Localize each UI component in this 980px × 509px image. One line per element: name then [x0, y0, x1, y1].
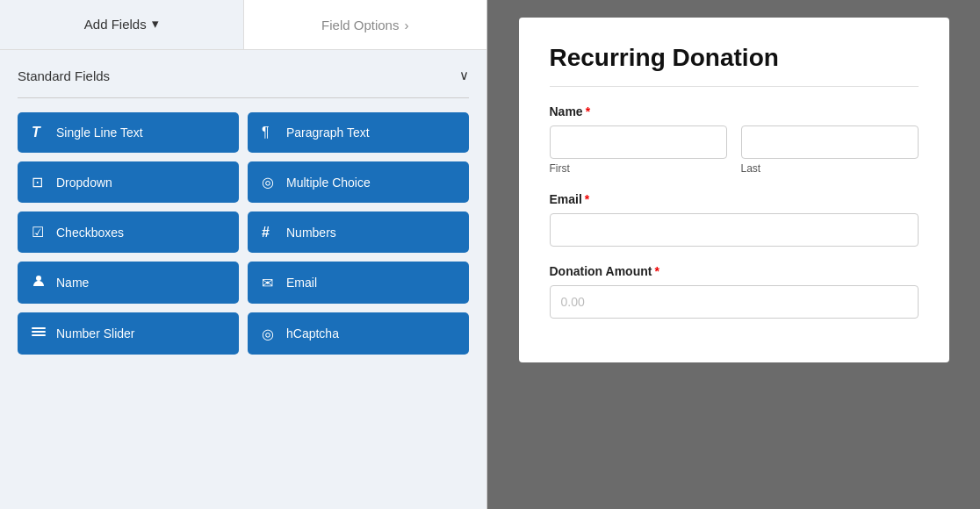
dropdown-icon: ⊡ [32, 174, 47, 190]
svg-rect-3 [32, 334, 46, 336]
donation-amount-label: Donation Amount * [550, 264, 919, 278]
field-btn-numbers-label: Numbers [286, 226, 336, 240]
name-inputs-row: First Last [550, 125, 919, 175]
last-name-sub-label: Last [741, 162, 919, 175]
field-btn-dropdown[interactable]: ⊡ Dropdown [18, 161, 239, 203]
last-name-input[interactable] [741, 125, 919, 159]
chevron-down-icon: ▾ [152, 16, 159, 32]
donation-amount-required-asterisk: * [654, 264, 659, 278]
name-label: Name * [550, 104, 919, 118]
paragraph-text-icon: ¶ [262, 125, 277, 140]
field-btn-paragraph-text-label: Paragraph Text [286, 125, 370, 140]
field-btn-checkboxes[interactable]: ☑ Checkboxes [18, 211, 239, 253]
field-btn-number-slider-label: Number Slider [56, 326, 134, 341]
arrow-right-icon: › [404, 18, 408, 32]
field-btn-hcaptcha[interactable]: ◎ hCaptcha [248, 312, 469, 355]
field-btn-single-line-text-label: Single Line Text [56, 125, 143, 140]
single-line-text-icon: T [32, 125, 47, 140]
form-field-email: Email * [550, 192, 919, 247]
field-btn-paragraph-text[interactable]: ¶ Paragraph Text [248, 112, 469, 153]
field-btn-email-label: Email [286, 276, 317, 290]
section-chevron-icon[interactable]: ∨ [459, 68, 469, 83]
email-required-asterisk: * [585, 192, 589, 206]
first-name-sub-label: First [550, 162, 727, 175]
right-panel: Recurring Donation Name * First Last [487, 0, 980, 509]
field-btn-number-slider[interactable]: Number Slider [18, 312, 239, 355]
form-field-donation-amount: Donation Amount * [550, 264, 919, 319]
email-input[interactable] [550, 213, 919, 247]
section-title: Standard Fields [18, 68, 110, 83]
donation-amount-input[interactable] [550, 285, 919, 319]
svg-rect-2 [32, 331, 46, 333]
number-slider-icon [32, 325, 47, 342]
field-btn-numbers[interactable]: # Numbers [248, 211, 469, 253]
field-btn-dropdown-label: Dropdown [56, 176, 112, 190]
email-label: Email * [550, 192, 919, 206]
numbers-icon: # [262, 225, 277, 240]
field-btn-name[interactable]: Name [18, 262, 239, 304]
hcaptcha-icon: ◎ [262, 326, 277, 342]
fields-grid: T Single Line Text ¶ Paragraph Text ⊡ Dr… [0, 112, 486, 372]
multiple-choice-icon: ◎ [262, 174, 277, 190]
svg-rect-1 [32, 327, 46, 329]
section-divider [18, 97, 469, 98]
left-panel: Add Fields ▾ Field Options › Standard Fi… [0, 0, 487, 509]
first-name-wrap: First [550, 125, 727, 175]
form-title: Recurring Donation [550, 44, 919, 72]
field-btn-email[interactable]: ✉ Email [248, 262, 469, 304]
last-name-wrap: Last [741, 125, 919, 175]
email-icon: ✉ [262, 275, 277, 291]
field-btn-hcaptcha-label: hCaptcha [286, 326, 339, 341]
form-title-divider [550, 86, 919, 87]
tab-add-fields[interactable]: Add Fields ▾ [0, 0, 243, 49]
section-header: Standard Fields ∨ [0, 50, 486, 97]
add-fields-label: Add Fields [84, 17, 147, 32]
name-icon [32, 274, 47, 291]
field-btn-name-label: Name [56, 276, 89, 290]
checkboxes-icon: ☑ [32, 224, 47, 240]
form-field-name: Name * First Last [550, 104, 919, 175]
field-btn-multiple-choice-label: Multiple Choice [286, 176, 371, 190]
svg-point-0 [36, 276, 41, 281]
form-card: Recurring Donation Name * First Last [519, 18, 949, 362]
first-name-input[interactable] [550, 125, 727, 159]
field-btn-single-line-text[interactable]: T Single Line Text [18, 112, 239, 153]
field-btn-checkboxes-label: Checkboxes [56, 226, 124, 240]
name-required-asterisk: * [586, 104, 590, 118]
tab-field-options[interactable]: Field Options › [244, 0, 487, 49]
field-btn-multiple-choice[interactable]: ◎ Multiple Choice [248, 161, 469, 203]
tabs-bar: Add Fields ▾ Field Options › [0, 0, 486, 50]
field-options-label: Field Options [321, 18, 399, 32]
